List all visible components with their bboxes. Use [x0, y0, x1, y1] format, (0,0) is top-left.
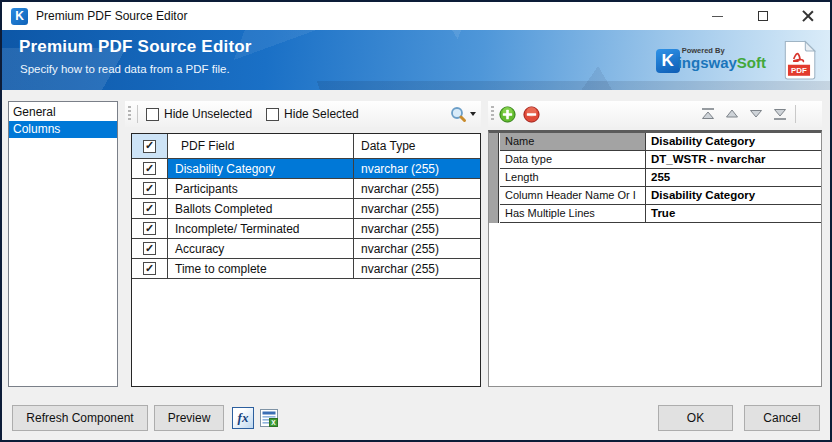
move-to-top-icon	[699, 106, 717, 122]
property-label: Name	[500, 133, 646, 150]
property-grid: NameDisability CategoryData typeDT_WSTR …	[488, 130, 822, 387]
row-data-type: nvarchar (255)	[354, 159, 480, 178]
brand-suffix: Soft	[737, 54, 766, 71]
move-up-button[interactable]	[721, 103, 743, 125]
toolbar-separator	[795, 105, 796, 123]
remove-column-button[interactable]	[520, 103, 542, 125]
property-label: Data type	[500, 151, 646, 168]
property-row[interactable]: Has Multiple LinesTrue	[500, 205, 821, 223]
select-all-cell	[132, 134, 168, 158]
table-header-row: PDF Field Data Type	[132, 134, 480, 159]
sidebar-item-columns[interactable]: Columns	[9, 121, 117, 138]
preview-button[interactable]: Preview	[154, 405, 224, 431]
move-to-top-button[interactable]	[697, 103, 719, 125]
expression-editor-button[interactable]: fx	[232, 407, 254, 429]
export-data-button[interactable]: X	[258, 407, 280, 429]
row-checkbox[interactable]	[143, 182, 156, 195]
row-checkbox[interactable]	[143, 162, 156, 175]
fx-icon: fx	[238, 410, 249, 426]
hide-selected-label: Hide Selected	[284, 107, 359, 121]
row-field-name: Time to complete	[168, 259, 354, 278]
plus-icon	[499, 106, 516, 123]
move-to-bottom-button[interactable]	[769, 103, 791, 125]
row-data-type: nvarchar (255)	[354, 259, 480, 278]
hide-unselected-checkbox[interactable]	[146, 108, 159, 121]
page-subtitle: Specify how to read data from a PDF file…	[20, 63, 230, 75]
table-row[interactable]: Participantsnvarchar (255)	[132, 179, 480, 199]
close-button[interactable]	[785, 2, 830, 30]
move-down-icon	[747, 106, 765, 122]
row-checkbox-cell	[132, 219, 168, 238]
property-value[interactable]: DT_WSTR - nvarchar	[646, 151, 821, 168]
titlebar: K Premium PDF Source Editor	[2, 2, 830, 30]
col-header-pdf-field[interactable]: PDF Field	[168, 134, 354, 158]
row-field-name: Ballots Completed	[168, 199, 354, 218]
maximize-icon	[758, 11, 768, 21]
property-row[interactable]: Data typeDT_WSTR - nvarchar	[500, 151, 821, 169]
app-icon: K	[11, 8, 28, 25]
pdf-field-table: PDF Field Data Type Disability Categoryn…	[131, 133, 481, 387]
table-row[interactable]: Time to completenvarchar (255)	[132, 259, 480, 279]
table-row[interactable]: Accuracynvarchar (255)	[132, 239, 480, 259]
pdf-file-icon: PDF	[781, 40, 817, 84]
property-value[interactable]: True	[646, 205, 821, 222]
window-controls	[695, 2, 830, 30]
property-row[interactable]: Column Header Name Or IDisability Catego…	[500, 187, 821, 205]
property-value[interactable]: Disability Category	[646, 133, 821, 150]
kingswaysoft-k-icon: K	[656, 49, 680, 73]
col-header-data-type[interactable]: Data Type	[354, 134, 480, 158]
row-field-name: Participants	[168, 179, 354, 198]
property-value[interactable]: Disability Category	[646, 187, 821, 204]
row-checkbox[interactable]	[143, 202, 156, 215]
header-banner: Premium PDF Source Editor Specify how to…	[2, 30, 830, 90]
field-table-body: Disability Categorynvarchar (255)Partici…	[132, 159, 480, 279]
property-grid-gutter	[489, 133, 499, 223]
property-row[interactable]: Length255	[500, 169, 821, 187]
hide-unselected-group: Hide Unselected	[146, 107, 262, 121]
svg-text:PDF: PDF	[791, 66, 807, 75]
sidebar-list: GeneralColumns	[8, 101, 118, 387]
table-row[interactable]: Ballots Completednvarchar (255)	[132, 199, 480, 219]
properties-toolbar	[488, 101, 822, 127]
minimize-icon	[712, 16, 723, 17]
brand-name: ingsway	[678, 54, 737, 71]
select-all-checkbox[interactable]	[143, 140, 156, 153]
hide-selected-checkbox[interactable]	[266, 108, 279, 121]
kingswaysoft-logo: K Powered By ingsway Soft	[656, 46, 766, 73]
row-data-type: nvarchar (255)	[354, 199, 480, 218]
columns-toolbar: Hide Unselected Hide Selected	[125, 101, 481, 127]
table-row[interactable]: Disability Categorynvarchar (255)	[132, 159, 480, 179]
row-checkbox-cell	[132, 199, 168, 218]
property-label: Column Header Name Or I	[500, 187, 646, 204]
minimize-button[interactable]	[695, 2, 740, 30]
row-field-name: Accuracy	[168, 239, 354, 258]
maximize-button[interactable]	[740, 2, 785, 30]
dialog-body: GeneralColumns Hide Unselected Hide Sele…	[2, 90, 830, 440]
data-viewer-icon: X	[259, 408, 279, 428]
move-down-button[interactable]	[745, 103, 767, 125]
hide-selected-group: Hide Selected	[266, 107, 369, 121]
table-row[interactable]: Incomplete/ Terminatednvarchar (255)	[132, 219, 480, 239]
add-column-button[interactable]	[496, 103, 518, 125]
svg-text:X: X	[271, 419, 276, 426]
row-checkbox-cell	[132, 179, 168, 198]
row-field-name: Incomplete/ Terminated	[168, 219, 354, 238]
row-field-name: Disability Category	[168, 159, 354, 178]
row-checkbox[interactable]	[143, 242, 156, 255]
cancel-button[interactable]: Cancel	[744, 405, 820, 431]
property-value[interactable]: 255	[646, 169, 821, 186]
row-checkbox[interactable]	[143, 262, 156, 275]
reorder-buttons	[695, 103, 822, 125]
search-button[interactable]	[450, 106, 476, 123]
toolbar-grip[interactable]	[491, 106, 494, 122]
window-title: Premium PDF Source Editor	[36, 9, 187, 23]
row-checkbox-cell	[132, 239, 168, 258]
refresh-component-button[interactable]: Refresh Component	[12, 405, 148, 431]
toolbar-grip[interactable]	[128, 106, 131, 122]
sidebar-item-general[interactable]: General	[9, 104, 117, 121]
row-checkbox[interactable]	[143, 222, 156, 235]
property-label: Length	[500, 169, 646, 186]
property-rows: NameDisability CategoryData typeDT_WSTR …	[500, 133, 821, 223]
property-row[interactable]: NameDisability Category	[500, 133, 821, 151]
ok-button[interactable]: OK	[658, 405, 733, 431]
